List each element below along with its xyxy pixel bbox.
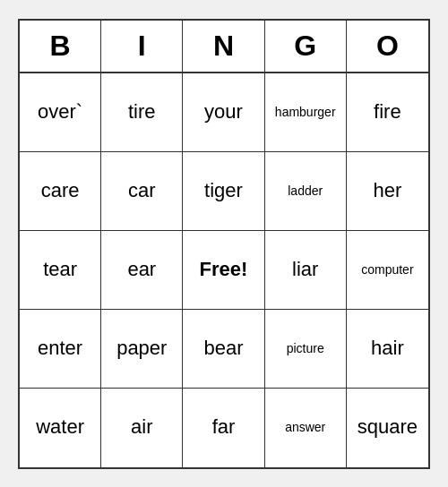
header-letter: I (101, 21, 183, 72)
cell-label: air (131, 415, 152, 439)
cell-label: answer (285, 419, 325, 435)
bingo-cell: enter (20, 310, 101, 389)
bingo-cell: tiger (183, 152, 264, 231)
cell-label: enter (38, 337, 82, 360)
cell-label: tire (128, 100, 156, 124)
cell-label: hair (371, 337, 404, 360)
cell-label: computer (361, 261, 413, 278)
cell-label: hamburger (275, 104, 336, 120)
bingo-cell: water (20, 389, 101, 467)
bingo-cell: your (183, 73, 264, 152)
bingo-grid: over`tireyourhamburgerfirecarecartigerla… (20, 73, 428, 467)
cell-label: her (373, 179, 401, 202)
cell-label: ear (127, 258, 156, 281)
bingo-cell: tear (20, 231, 101, 310)
cell-label: square (358, 415, 418, 439)
bingo-cell: her (347, 152, 428, 231)
cell-label: picture (287, 340, 324, 356)
cell-label: car (128, 179, 156, 202)
cell-label: paper (116, 337, 167, 360)
bingo-cell: picture (265, 310, 347, 389)
cell-label: your (204, 100, 243, 124)
header-letter: B (20, 21, 101, 72)
bingo-cell: bear (183, 310, 264, 389)
bingo-cell: care (20, 152, 101, 231)
bingo-cell: over` (20, 73, 101, 152)
bingo-cell: answer (265, 389, 347, 467)
cell-label: ladder (288, 183, 323, 199)
cell-label: water (36, 415, 84, 439)
bingo-cell: paper (101, 310, 183, 389)
bingo-cell: air (101, 389, 183, 467)
cell-label: Free! (200, 258, 248, 281)
cell-label: care (41, 179, 80, 202)
bingo-card: BINGO over`tireyourhamburgerfirecarecart… (18, 19, 430, 469)
cell-label: fire (374, 100, 401, 124)
cell-label: tiger (204, 179, 243, 202)
bingo-cell: car (101, 152, 183, 231)
bingo-cell: far (183, 389, 264, 467)
cell-label: over` (38, 100, 82, 124)
bingo-cell: computer (347, 231, 428, 310)
cell-label: bear (203, 337, 243, 360)
bingo-header: BINGO (20, 21, 428, 73)
bingo-cell: ear (101, 231, 183, 310)
bingo-cell: hair (347, 310, 428, 389)
bingo-cell: square (347, 389, 428, 467)
bingo-cell: fire (347, 73, 428, 152)
header-letter: N (183, 21, 264, 72)
bingo-cell: tire (101, 73, 183, 152)
cell-label: tear (43, 258, 77, 281)
bingo-cell: ladder (265, 152, 347, 231)
bingo-cell: liar (265, 231, 347, 310)
header-letter: O (347, 21, 428, 72)
bingo-cell: hamburger (265, 73, 347, 152)
bingo-cell: Free! (183, 231, 264, 310)
cell-label: liar (292, 258, 318, 281)
header-letter: G (265, 21, 347, 72)
cell-label: far (212, 415, 236, 439)
